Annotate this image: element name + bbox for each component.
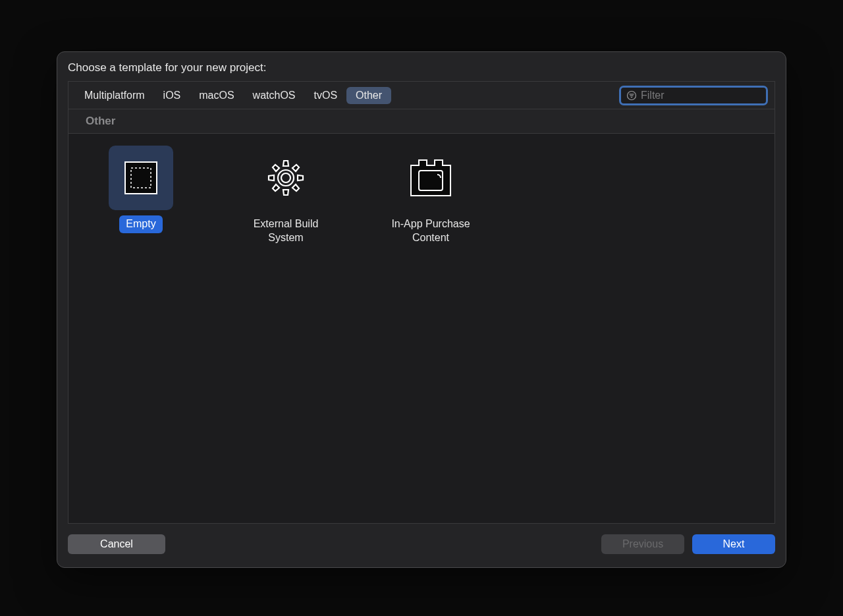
iap-content-icon	[406, 156, 456, 200]
section-header-other: Other	[68, 109, 775, 134]
template-tile-iap	[398, 146, 463, 210]
template-external-build-system[interactable]: External Build System	[233, 146, 339, 247]
previous-button: Previous	[601, 534, 684, 554]
tab-watchos[interactable]: watchOS	[244, 87, 305, 104]
template-label-external-build: External Build System	[233, 215, 339, 247]
tabs-row: Multiplatform iOS macOS watchOS tvOS Oth…	[68, 82, 775, 109]
template-tile-empty	[109, 146, 173, 210]
gear-icon	[262, 154, 310, 202]
template-tile-external-build	[254, 146, 318, 210]
filter-wrap	[619, 86, 768, 105]
empty-template-icon	[121, 158, 161, 198]
svg-point-6	[278, 170, 294, 186]
template-label-iap: In-App Purchase Content	[378, 215, 483, 247]
dialog-title: Choose a template for your new project:	[57, 52, 786, 81]
content-frame: Multiplatform iOS macOS watchOS tvOS Oth…	[68, 81, 775, 524]
filter-icon	[626, 90, 637, 101]
template-label-empty: Empty	[119, 215, 162, 233]
filter-input[interactable]	[641, 90, 761, 101]
template-iap-content[interactable]: In-App Purchase Content	[378, 146, 483, 247]
svg-rect-4	[125, 162, 157, 194]
tabs: Multiplatform iOS macOS watchOS tvOS Oth…	[75, 87, 391, 104]
tab-multiplatform[interactable]: Multiplatform	[75, 87, 154, 104]
tab-tvos[interactable]: tvOS	[305, 87, 347, 104]
dialog-footer: Cancel Previous Next	[57, 524, 786, 567]
next-button[interactable]: Next	[692, 534, 775, 554]
tab-other[interactable]: Other	[346, 87, 391, 104]
svg-point-7	[281, 173, 290, 182]
cancel-button[interactable]: Cancel	[68, 534, 165, 554]
tab-ios[interactable]: iOS	[154, 87, 190, 104]
templates-area: Empty	[68, 134, 775, 523]
new-project-template-dialog: Choose a template for your new project: …	[57, 51, 786, 568]
filter-field[interactable]	[619, 86, 768, 105]
tab-macos[interactable]: macOS	[190, 87, 243, 104]
template-empty[interactable]: Empty	[88, 146, 194, 233]
